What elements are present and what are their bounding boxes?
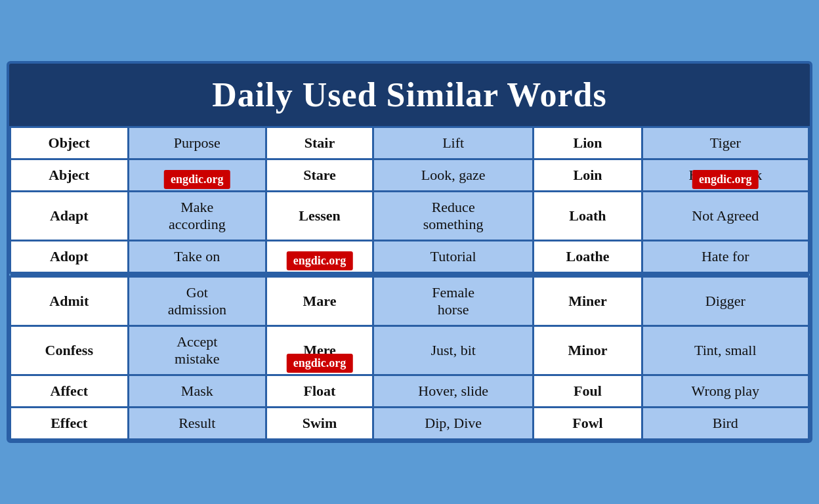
meaning-cell: Acceptmistake <box>128 326 266 375</box>
meaning-cell: Hateful engdic.org <box>128 159 266 192</box>
meaning-cell: Digger <box>642 277 808 326</box>
watermark: engdic.org <box>287 354 353 373</box>
word-cell: Loath <box>534 192 642 241</box>
meaning-cell: Lift <box>373 127 533 159</box>
meaning-cell: Dip, Dive <box>373 408 533 440</box>
word-cell: Effect <box>10 408 129 440</box>
meaning-cell: Result <box>128 408 266 440</box>
word-cell: Lessen <box>266 192 373 241</box>
table-row: Effect Result Swim Dip, Dive Fowl Bird <box>10 408 809 440</box>
word-cell: Mere engdic.org <box>266 326 373 375</box>
table-row: Adopt Take on Lesson engdic.org Tutorial… <box>10 241 809 273</box>
meaning-cell: Gotadmission <box>128 277 266 326</box>
meaning-cell: Take on <box>128 241 266 273</box>
word-cell: Admit <box>10 277 129 326</box>
word-cell: Float <box>266 375 373 408</box>
main-container: Daily Used Similar Words Object Purpose … <box>7 61 812 443</box>
word-cell: Lesson engdic.org <box>266 241 373 273</box>
meaning-cell: Reducesomething <box>373 192 533 241</box>
table-wrapper: Object Purpose Stair Lift Lion Tiger Abj… <box>9 126 810 440</box>
watermark: engdic.org <box>164 170 230 189</box>
word-cell: Lion <box>534 127 642 159</box>
word-cell: Abject <box>10 159 129 192</box>
word-cell: Fowl <box>534 408 642 440</box>
table-row: Confess Acceptmistake Mere engdic.org Ju… <box>10 326 809 375</box>
meaning-cell: Hate for <box>642 241 808 273</box>
word-cell: Object <box>10 127 129 159</box>
word-cell: Adopt <box>10 241 129 273</box>
table-row: Affect Mask Float Hover, slide Foul Wron… <box>10 375 809 408</box>
word-cell: Loathe <box>534 241 642 273</box>
word-cell: Foul <box>534 375 642 408</box>
meaning-cell: Mask <box>128 375 266 408</box>
word-cell: Stare <box>266 159 373 192</box>
table-row: Adapt Makeaccording Lessen Reducesomethi… <box>10 192 809 241</box>
meaning-cell: Wrong play <box>642 375 808 408</box>
meaning-cell: Bird <box>642 408 808 440</box>
watermark: engdic.org <box>692 170 759 189</box>
words-table: Object Purpose Stair Lift Lion Tiger Abj… <box>9 126 810 440</box>
word-cell: Minor <box>534 326 642 375</box>
meaning-cell: Just, bit <box>373 326 533 375</box>
meaning-cell: Purpose <box>128 127 266 159</box>
meaning-cell: Tiger <box>642 127 808 159</box>
watermark: engdic.org <box>287 251 353 270</box>
page-title: Daily Used Similar Words <box>16 75 803 114</box>
meaning-cell: Not Agreed <box>642 192 808 241</box>
meaning-cell: Tint, small <box>642 326 808 375</box>
table-row: Object Purpose Stair Lift Lion Tiger <box>10 127 809 159</box>
word-cell: Affect <box>10 375 129 408</box>
word-cell: Confess <box>10 326 129 375</box>
word-cell: Swim <box>266 408 373 440</box>
word-cell: Mare <box>266 277 373 326</box>
word-cell: Adapt <box>10 192 129 241</box>
table-row: Abject Hateful engdic.org Stare Look, ga… <box>10 159 809 192</box>
meaning-cell: Femalehorse <box>373 277 533 326</box>
meaning-cell: Human back engdic.org <box>642 159 808 192</box>
title-bar: Daily Used Similar Words <box>9 64 810 126</box>
word-cell: Miner <box>534 277 642 326</box>
meaning-cell: Hover, slide <box>373 375 533 408</box>
meaning-cell: Makeaccording <box>128 192 266 241</box>
word-cell: Stair <box>266 127 373 159</box>
meaning-cell: Look, gaze <box>373 159 533 192</box>
meaning-cell: Tutorial <box>373 241 533 273</box>
table-row: Admit Gotadmission Mare Femalehorse Mine… <box>10 277 809 326</box>
word-cell: Loin <box>534 159 642 192</box>
